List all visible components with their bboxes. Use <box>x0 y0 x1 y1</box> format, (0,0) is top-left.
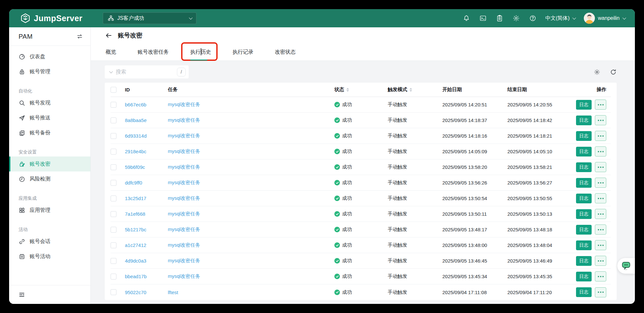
log-button[interactable]: 日志 <box>576 209 592 219</box>
log-button[interactable]: 日志 <box>576 225 592 235</box>
sidebar-item-account-push[interactable]: 账号推送 <box>9 110 90 125</box>
sidebar-item-account-manage[interactable]: 账号管理 <box>9 64 90 79</box>
table-settings-gear-icon[interactable] <box>594 69 600 75</box>
log-button[interactable]: 日志 <box>576 147 592 156</box>
task-link[interactable]: mysql改密任务 <box>168 148 200 155</box>
sidebar-item-risk-detect[interactable]: 风险检测 <box>9 171 90 186</box>
web-terminal-icon[interactable] <box>479 14 487 22</box>
row-checkbox[interactable] <box>111 289 116 295</box>
execution-id-link[interactable]: bbead17b <box>125 274 147 279</box>
sidebar-item-account-backup[interactable]: 账号备份 <box>9 125 90 140</box>
more-actions-button[interactable] <box>595 193 606 203</box>
execution-id-link[interactable]: 95022c70 <box>125 290 146 295</box>
ticket-list-icon[interactable] <box>496 14 503 22</box>
task-link[interactable]: mysql改密任务 <box>168 164 200 170</box>
column-header[interactable]: 触发模式 <box>388 87 442 93</box>
tab-item-4[interactable]: 改密状态 <box>274 44 296 61</box>
execution-id-link[interactable]: 7a1ef668 <box>125 211 145 217</box>
language-selector[interactable]: 中文(简体) <box>545 15 575 22</box>
more-actions-button[interactable] <box>595 209 606 219</box>
more-actions-button[interactable] <box>595 287 606 297</box>
log-button[interactable]: 日志 <box>576 131 592 141</box>
log-button[interactable]: 日志 <box>576 116 592 125</box>
log-button[interactable]: 日志 <box>576 287 592 297</box>
more-actions-button[interactable] <box>595 256 606 266</box>
more-actions-button[interactable] <box>595 271 606 281</box>
sidebar-item-change-secret[interactable]: 账号改密 <box>9 156 90 171</box>
execution-id-link[interactable]: 13c25d17 <box>125 196 146 201</box>
help-question-icon[interactable] <box>529 14 537 22</box>
sidebar-item-dashboard[interactable]: 仪表盘 <box>9 49 90 64</box>
sidebar-item-account-session[interactable]: 账号会话 <box>9 234 90 249</box>
sort-arrows-icon[interactable] <box>409 88 412 92</box>
task-link[interactable]: mysql改密任务 <box>168 117 200 123</box>
execution-id-link[interactable]: 4d9dc0a3 <box>125 258 146 264</box>
execution-id-link[interactable]: b667ec6b <box>125 102 146 107</box>
sidebar-item-account-activity[interactable]: 账号活动 <box>9 249 90 264</box>
sidebar-item-account-discover[interactable]: 账号发现 <box>9 95 90 110</box>
row-checkbox[interactable] <box>111 117 116 123</box>
tab-item-1[interactable]: 账号改密任务 <box>137 44 169 61</box>
row-checkbox[interactable] <box>111 258 116 264</box>
search-box[interactable]: / <box>105 65 189 78</box>
task-link[interactable]: mysql改密任务 <box>168 180 200 186</box>
sort-arrows-icon[interactable] <box>346 88 349 92</box>
user-menu[interactable]: wanpeilin <box>584 13 625 24</box>
row-checkbox[interactable] <box>111 196 116 201</box>
collapse-sidebar-icon[interactable] <box>19 292 25 298</box>
task-link[interactable]: lftest <box>168 290 178 295</box>
execution-id-link[interactable]: 8a8baa5e <box>125 117 147 123</box>
sidebar-item-app-manage[interactable]: 应用管理 <box>9 203 90 218</box>
row-checkbox[interactable] <box>111 149 116 155</box>
org-selector[interactable]: JS客户成功 <box>103 12 196 24</box>
notification-bell-icon[interactable] <box>463 14 470 22</box>
more-actions-button[interactable] <box>595 131 606 141</box>
more-actions-button[interactable] <box>595 162 606 172</box>
more-actions-button[interactable] <box>595 100 606 110</box>
task-link[interactable]: mysql改密任务 <box>168 195 200 201</box>
more-actions-button[interactable] <box>595 240 606 250</box>
more-actions-button[interactable] <box>595 225 606 235</box>
column-header[interactable]: 状态 <box>334 87 388 93</box>
execution-id-link[interactable]: 2918e4bc <box>125 149 146 154</box>
row-checkbox[interactable] <box>111 180 116 186</box>
row-checkbox[interactable] <box>111 164 116 170</box>
task-link[interactable]: mysql改密任务 <box>168 133 200 139</box>
tab-item-0[interactable]: 概览 <box>105 44 117 61</box>
log-button[interactable]: 日志 <box>576 162 592 172</box>
task-link[interactable]: mysql改密任务 <box>168 242 200 248</box>
log-button[interactable]: 日志 <box>576 272 592 281</box>
row-checkbox[interactable] <box>111 133 116 139</box>
task-link[interactable]: mysql改密任务 <box>168 211 200 217</box>
log-button[interactable]: 日志 <box>576 178 592 188</box>
settings-gear-icon[interactable] <box>512 14 520 22</box>
refresh-icon[interactable] <box>610 69 617 75</box>
task-link[interactable]: mysql改密任务 <box>168 258 200 264</box>
sidebar-switch-icon[interactable] <box>76 33 83 40</box>
row-checkbox[interactable] <box>111 242 116 248</box>
brand[interactable]: JumpServer <box>20 13 83 23</box>
tab-execution-history[interactable]: 执行历史 <box>190 44 212 61</box>
more-actions-button[interactable] <box>595 115 606 125</box>
tab-item-3[interactable]: 执行记录 <box>232 44 254 61</box>
row-checkbox[interactable] <box>111 211 116 217</box>
row-checkbox[interactable] <box>111 102 116 108</box>
select-all-checkbox[interactable] <box>111 87 116 93</box>
execution-id-link[interactable]: ddfc9ff0 <box>125 180 142 185</box>
execution-id-link[interactable]: 59b6f09c <box>125 164 145 170</box>
log-button[interactable]: 日志 <box>576 240 592 250</box>
more-actions-button[interactable] <box>595 146 606 156</box>
task-link[interactable]: mysql改密任务 <box>168 226 200 233</box>
log-button[interactable]: 日志 <box>576 194 592 203</box>
execution-id-link[interactable]: 5b1217bc <box>125 227 146 232</box>
more-actions-button[interactable] <box>595 178 606 188</box>
log-button[interactable]: 日志 <box>576 256 592 266</box>
back-arrow-icon[interactable] <box>105 32 112 39</box>
execution-id-link[interactable]: a1c27412 <box>125 242 146 248</box>
row-checkbox[interactable] <box>111 227 116 233</box>
log-button[interactable]: 日志 <box>576 100 592 110</box>
search-input[interactable] <box>116 69 173 75</box>
row-checkbox[interactable] <box>111 274 116 279</box>
task-link[interactable]: mysql改密任务 <box>168 102 200 108</box>
task-link[interactable]: mysql改密任务 <box>168 273 200 279</box>
